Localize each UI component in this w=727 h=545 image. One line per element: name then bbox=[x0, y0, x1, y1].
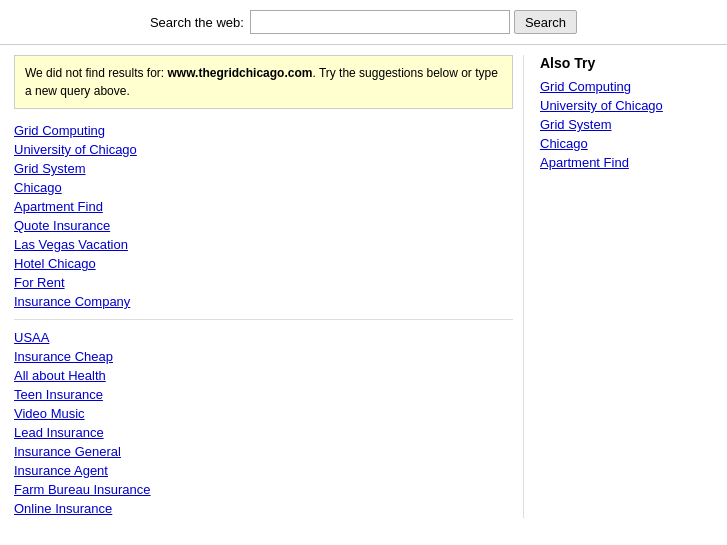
also-try-link[interactable]: Grid Computing bbox=[540, 77, 713, 96]
search-label: Search the web: bbox=[150, 15, 244, 30]
list-item[interactable]: Quote Insurance bbox=[14, 216, 513, 235]
main-content: We did not find results for: www.thegrid… bbox=[0, 45, 727, 528]
list-item[interactable]: Insurance General bbox=[14, 442, 513, 461]
link-column-1b: Quote InsuranceLas Vegas VacationHotel C… bbox=[14, 216, 513, 311]
list-item[interactable]: Online Insurance bbox=[14, 499, 513, 518]
results-area: We did not find results for: www.thegrid… bbox=[14, 55, 513, 518]
list-item[interactable]: Apartment Find bbox=[14, 197, 513, 216]
top-search-input[interactable] bbox=[250, 10, 510, 34]
list-item[interactable]: Las Vegas Vacation bbox=[14, 235, 513, 254]
also-try-sidebar: Also Try Grid ComputingUniversity of Chi… bbox=[523, 55, 713, 518]
list-item[interactable]: Insurance Company bbox=[14, 292, 513, 311]
list-item[interactable]: USAA bbox=[14, 328, 513, 347]
list-item[interactable]: Insurance Agent bbox=[14, 461, 513, 480]
list-item[interactable]: For Rent bbox=[14, 273, 513, 292]
also-try-link[interactable]: Grid System bbox=[540, 115, 713, 134]
list-item[interactable]: All about Health bbox=[14, 366, 513, 385]
no-results-domain: www.thegridchicago.com bbox=[168, 66, 313, 80]
list-item[interactable]: Grid System bbox=[14, 159, 513, 178]
also-try-link[interactable]: University of Chicago bbox=[540, 96, 713, 115]
link-column-2b: Lead InsuranceInsurance GeneralInsurance… bbox=[14, 423, 513, 518]
also-try-heading: Also Try bbox=[540, 55, 713, 71]
list-item[interactable]: Lead Insurance bbox=[14, 423, 513, 442]
list-item[interactable]: Insurance Cheap bbox=[14, 347, 513, 366]
no-results-pre: We did not find results for: bbox=[25, 66, 168, 80]
also-try-link[interactable]: Chicago bbox=[540, 134, 713, 153]
top-search-bar: Search the web: Search bbox=[0, 0, 727, 45]
also-try-link[interactable]: Apartment Find bbox=[540, 153, 713, 172]
link-grid-group2: USAAInsurance CheapAll about HealthTeen … bbox=[14, 328, 513, 518]
list-item[interactable]: Teen Insurance bbox=[14, 385, 513, 404]
list-item[interactable]: Grid Computing bbox=[14, 121, 513, 140]
list-item[interactable]: Hotel Chicago bbox=[14, 254, 513, 273]
top-search-button[interactable]: Search bbox=[514, 10, 577, 34]
list-item[interactable]: Chicago bbox=[14, 178, 513, 197]
link-column-1a: Grid ComputingUniversity of ChicagoGrid … bbox=[14, 121, 513, 216]
link-column-2a: USAAInsurance CheapAll about HealthTeen … bbox=[14, 328, 513, 423]
list-item[interactable]: University of Chicago bbox=[14, 140, 513, 159]
list-item[interactable]: Video Music bbox=[14, 404, 513, 423]
link-grid-group1: Grid ComputingUniversity of ChicagoGrid … bbox=[14, 121, 513, 311]
list-item[interactable]: Farm Bureau Insurance bbox=[14, 480, 513, 499]
row-divider bbox=[14, 319, 513, 320]
no-results-notice: We did not find results for: www.thegrid… bbox=[14, 55, 513, 109]
